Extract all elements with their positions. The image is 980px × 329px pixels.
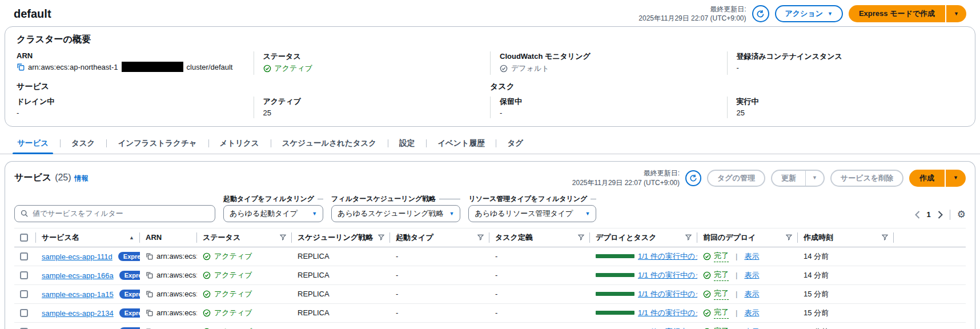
cloudwatch-label: CloudWatch モニタリング	[500, 51, 718, 62]
next-page-button[interactable]	[938, 211, 943, 219]
select-all-checkbox[interactable]	[20, 234, 28, 242]
column-last-deployment[interactable]: 前回のデプロイ	[703, 232, 756, 243]
table-preferences-gear-icon[interactable]: ⚙	[957, 210, 966, 219]
view-deployment-link[interactable]: 表示	[744, 251, 759, 262]
row-checkbox[interactable]	[20, 290, 28, 298]
cloudwatch-field: CloudWatch モニタリング デフォルト	[490, 51, 727, 75]
resource-management-filter: リソース管理タイプをフィルタリング あらゆるリソース管理タイプ ▼	[468, 194, 596, 222]
column-arn[interactable]: ARN	[146, 233, 162, 242]
column-service-name[interactable]: サービス名	[42, 232, 79, 243]
update-caret-button[interactable]: ▼	[805, 170, 825, 187]
copy-icon[interactable]	[146, 252, 153, 260]
row-checkbox[interactable]	[20, 309, 28, 317]
tab-settings[interactable]: 設定	[388, 134, 426, 154]
last-updated-text: 最終更新日: 2025年11月29日 22:07 (UTC+9:00)	[638, 5, 746, 23]
deploy-status[interactable]: 完了	[714, 270, 729, 281]
stat-active: アクティブ 25	[254, 97, 491, 118]
express-badge: Express	[119, 271, 140, 280]
service-search-box	[14, 205, 215, 222]
express-badge: Express	[119, 290, 140, 299]
view-deployment-link[interactable]: 表示	[744, 289, 759, 299]
scheduling-strategy: REPLICA	[298, 271, 330, 279]
create-button[interactable]: 作成	[909, 170, 945, 187]
previous-page-button[interactable]	[915, 211, 920, 219]
last-updated-value: 2025年11月29日 22:07 (UTC+9:00)	[638, 14, 746, 23]
deploy-status[interactable]: 完了	[714, 307, 729, 319]
running-tasks-link[interactable]: 1/1 件の実行中のタスク	[638, 308, 697, 318]
running-tasks-link[interactable]: 1/1 件の実行中のタスク	[638, 289, 697, 299]
service-name-link[interactable]: sample-ecs-app-1a15	[42, 290, 114, 299]
tab-scheduled-tasks[interactable]: スケジュールされたタスク	[271, 134, 388, 154]
info-link[interactable]: 情報	[75, 174, 89, 183]
services-panel-actions: 最終更新日: 2025年11月29日 22:07 (UTC+9:00) タグの管…	[572, 168, 966, 187]
service-status: アクティブ	[214, 308, 252, 318]
column-deployments-and-tasks[interactable]: デプロイとタスク	[596, 232, 656, 243]
tab-metrics[interactable]: メトリクス	[208, 134, 271, 154]
tab-infrastructure[interactable]: インフラストラクチャ	[106, 134, 208, 154]
filter-icon[interactable]	[786, 234, 792, 240]
filter-icon[interactable]	[685, 234, 692, 240]
filter-icon[interactable]	[578, 234, 584, 240]
overview-section-headers: サービス タスク	[17, 82, 963, 92]
copy-icon[interactable]	[146, 290, 153, 298]
running-tasks-link[interactable]: 1/1 件の実行中のタスク	[638, 251, 697, 262]
create-caret-button[interactable]: ▼	[946, 170, 966, 187]
services-table-body: sample-ecs-app-111dExpress arn:aws:ecs:a…	[14, 247, 966, 329]
express-create-caret-button[interactable]: ▼	[946, 5, 966, 22]
tab-services[interactable]: サービス	[6, 134, 60, 154]
column-launch-type[interactable]: 起動タイプ	[396, 232, 433, 243]
delete-service-button[interactable]: サービスを削除	[830, 170, 903, 187]
launch-type-filter-label: 起動タイプをフィルタリング	[223, 194, 323, 204]
pagination-divider	[950, 210, 950, 220]
resource-management-filter-select[interactable]: あらゆるリソース管理タイプ ▼	[468, 205, 596, 222]
view-deployment-link[interactable]: 表示	[744, 308, 759, 318]
running-tasks-link[interactable]: 1/1 件の実行中のタスク	[638, 327, 697, 329]
sort-ascending-icon[interactable]: ▲	[129, 235, 134, 240]
tab-tasks[interactable]: タスク	[60, 134, 106, 154]
filter-icon[interactable]	[477, 234, 484, 240]
running-tasks-link[interactable]: 1/1 件の実行中のタスク	[638, 270, 697, 280]
overview-stats: ドレイン中 - アクティブ 25 保留中 - 実行中 25	[17, 97, 963, 118]
service-search-input[interactable]	[33, 209, 209, 218]
actions-button[interactable]: アクション ▼	[775, 5, 843, 22]
caret-down-icon: ▼	[585, 211, 590, 216]
copy-icon[interactable]	[17, 63, 25, 71]
service-name-link[interactable]: sample-ecs-app-166a	[42, 271, 114, 280]
services-panel-header: サービス (25) 情報 最終更新日: 2025年11月29日 22:07 (U…	[14, 168, 966, 187]
copy-icon[interactable]	[146, 271, 153, 279]
stat-running: 実行中 25	[727, 97, 964, 118]
scheduling-strategy-filter-select[interactable]: あらゆるスケジューリング戦略 ▼	[331, 205, 460, 222]
service-name-link[interactable]: sample-ecs-app-2134	[42, 309, 114, 318]
services-refresh-button[interactable]	[685, 170, 701, 186]
filter-icon[interactable]	[378, 234, 384, 240]
column-task-definition[interactable]: タスク定義	[495, 232, 533, 243]
view-deployment-link[interactable]: 表示	[744, 270, 759, 280]
update-button[interactable]: 更新	[771, 170, 805, 187]
launch-type-filter-select[interactable]: あらゆる起動タイプ ▼	[223, 205, 323, 222]
service-name-link[interactable]: sample-ecs-app-111d	[42, 252, 113, 261]
page-number[interactable]: 1	[927, 210, 931, 219]
copy-icon[interactable]	[146, 309, 153, 316]
express-create-button[interactable]: Express モードで作成	[849, 5, 945, 22]
launch-type: -	[396, 308, 398, 317]
deploy-status[interactable]: 完了	[714, 288, 729, 300]
caret-down-icon: ▼	[954, 11, 959, 17]
status-success-icon	[203, 271, 211, 279]
tab-event-history[interactable]: イベント履歴	[426, 134, 496, 154]
resource-management-filter-label: リソース管理タイプをフィルタリング	[468, 194, 596, 204]
created-time: 15 分前	[804, 290, 829, 298]
refresh-button[interactable]	[752, 5, 769, 22]
column-created-at[interactable]: 作成時刻	[804, 232, 833, 243]
row-checkbox[interactable]	[20, 271, 28, 279]
deploy-status[interactable]: 完了	[714, 326, 729, 329]
tab-tags[interactable]: タグ	[496, 134, 535, 154]
filter-icon[interactable]	[280, 234, 286, 240]
column-scheduling-strategy[interactable]: スケジューリング戦略	[298, 232, 373, 243]
tab-bar: サービス タスク インフラストラクチャ メトリクス スケジュールされたタスク 設…	[0, 134, 980, 154]
deploy-status[interactable]: 完了	[714, 251, 729, 262]
view-deployment-link[interactable]: 表示	[744, 327, 759, 329]
manage-tags-button[interactable]: タグの管理	[707, 170, 765, 187]
column-status[interactable]: ステータス	[203, 232, 240, 243]
row-checkbox[interactable]	[20, 252, 28, 260]
filter-icon[interactable]	[882, 234, 888, 240]
